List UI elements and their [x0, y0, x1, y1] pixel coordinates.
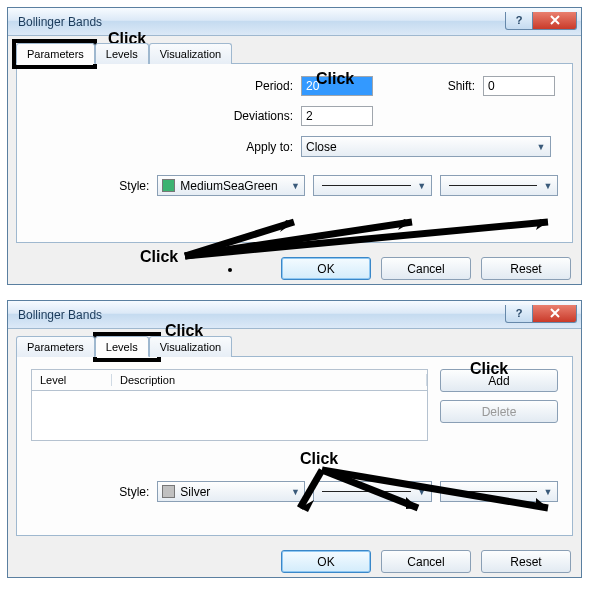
style-label: Style: [31, 485, 157, 499]
window-title: Bollinger Bands [18, 308, 505, 322]
style-linestyle-dropdown[interactable]: ▼ [313, 175, 431, 196]
color-swatch-icon [162, 485, 175, 498]
cancel-button[interactable]: Cancel [381, 550, 471, 573]
deviations-input[interactable] [301, 106, 373, 126]
line-width-preview [449, 491, 537, 493]
close-button[interactable] [533, 12, 577, 30]
bollinger-dialog-levels: Bollinger Bands ? Parameters Levels Visu… [7, 300, 582, 578]
help-button[interactable]: ? [505, 305, 533, 323]
style-color-name: Silver [180, 485, 288, 499]
window-title: Bollinger Bands [18, 15, 505, 29]
reset-button[interactable]: Reset [481, 550, 571, 573]
chevron-down-icon: ▼ [534, 142, 548, 152]
style-color-dropdown[interactable]: Silver ▼ [157, 481, 305, 502]
tab-parameters[interactable]: Parameters [16, 336, 95, 357]
shift-input[interactable] [483, 76, 555, 96]
ok-button[interactable]: OK [281, 257, 371, 280]
chevron-down-icon: ▼ [541, 181, 555, 191]
close-button[interactable] [533, 305, 577, 323]
chevron-down-icon: ▼ [288, 181, 302, 191]
style-color-dropdown[interactable]: MediumSeaGreen ▼ [157, 175, 305, 196]
levels-list[interactable] [31, 391, 428, 441]
shift-label: Shift: [373, 79, 483, 93]
titlebar[interactable]: Bollinger Bands ? [8, 301, 581, 329]
cancel-button[interactable]: Cancel [381, 257, 471, 280]
style-color-name: MediumSeaGreen [180, 179, 288, 193]
style-linewidth-dropdown[interactable]: ▼ [440, 481, 558, 502]
period-input[interactable] [301, 76, 373, 96]
line-style-preview [322, 491, 410, 493]
delete-button[interactable]: Delete [440, 400, 558, 423]
bollinger-dialog-parameters: Bollinger Bands ? Parameters Levels Visu… [7, 7, 582, 285]
help-button[interactable]: ? [505, 12, 533, 30]
ok-button[interactable]: OK [281, 550, 371, 573]
period-label: Period: [31, 79, 301, 93]
tab-parameters[interactable]: Parameters [16, 43, 95, 64]
col-level: Level [32, 374, 112, 386]
color-swatch-icon [162, 179, 175, 192]
titlebar[interactable]: Bollinger Bands ? [8, 8, 581, 36]
deviations-label: Deviations: [31, 109, 301, 123]
applyto-dropdown[interactable]: Close ▼ [301, 136, 551, 157]
tab-levels[interactable]: Levels [95, 336, 149, 357]
style-linewidth-dropdown[interactable]: ▼ [440, 175, 558, 196]
col-description: Description [112, 374, 427, 386]
reset-button[interactable]: Reset [481, 257, 571, 280]
line-width-preview [449, 185, 537, 187]
tab-levels[interactable]: Levels [95, 43, 149, 64]
chevron-down-icon: ▼ [541, 487, 555, 497]
applyto-value: Close [306, 140, 534, 154]
add-button[interactable]: Add [440, 369, 558, 392]
chevron-down-icon: ▼ [415, 487, 429, 497]
style-label: Style: [31, 179, 157, 193]
chevron-down-icon: ▼ [415, 181, 429, 191]
levels-list-header: Level Description [31, 369, 428, 391]
line-style-preview [322, 185, 410, 187]
applyto-label: Apply to: [31, 140, 301, 154]
tab-visualization[interactable]: Visualization [149, 43, 233, 64]
tab-visualization[interactable]: Visualization [149, 336, 233, 357]
chevron-down-icon: ▼ [288, 487, 302, 497]
style-linestyle-dropdown[interactable]: ▼ [313, 481, 431, 502]
